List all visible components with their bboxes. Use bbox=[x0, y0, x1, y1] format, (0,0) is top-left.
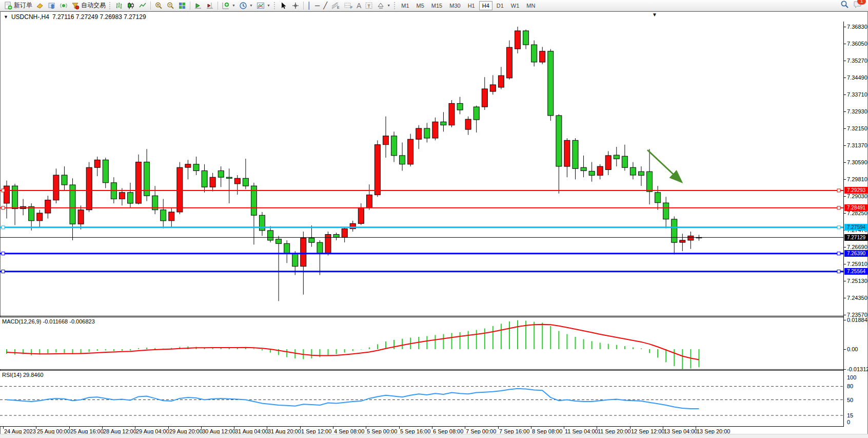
shapes-button[interactable]: ▼ bbox=[375, 1, 392, 11]
price-tick-mark bbox=[844, 179, 846, 180]
line-anchor[interactable] bbox=[837, 270, 840, 273]
chart-title-symbol: USDCNH-,H4 bbox=[11, 13, 49, 21]
zoom-out-button[interactable] bbox=[165, 1, 176, 11]
horizontal-line-button[interactable]: ─ bbox=[313, 1, 321, 11]
autoscroll-button[interactable] bbox=[192, 1, 204, 11]
line-chart-button[interactable] bbox=[137, 1, 148, 11]
price-tick-label: 7.25910 bbox=[847, 261, 867, 267]
line-anchor[interactable] bbox=[2, 206, 5, 210]
label-icon: T bbox=[365, 2, 373, 10]
cursor-icon bbox=[280, 2, 288, 10]
line-anchor[interactable] bbox=[837, 206, 840, 210]
search-icon[interactable] bbox=[840, 0, 849, 11]
rsi-chart bbox=[0, 371, 844, 426]
history-button[interactable] bbox=[34, 1, 46, 11]
indicators-button[interactable]: ▼ bbox=[220, 1, 237, 11]
history-icon bbox=[36, 2, 44, 10]
timeframe-m5[interactable]: M5 bbox=[413, 1, 427, 10]
candle-body bbox=[317, 242, 323, 253]
periods-button[interactable]: ▼ bbox=[238, 1, 254, 11]
chart-shift-marker[interactable]: ▼ bbox=[652, 12, 657, 17]
price-tick-label: 7.24350 bbox=[847, 295, 867, 301]
candle-body bbox=[639, 172, 644, 175]
candle-body bbox=[177, 167, 183, 212]
zoom-in-button[interactable] bbox=[153, 1, 164, 11]
line-anchor[interactable] bbox=[837, 252, 840, 255]
price-tick-mark bbox=[844, 315, 846, 315]
candle-body bbox=[301, 238, 306, 266]
timeframe-h4[interactable]: H4 bbox=[479, 1, 492, 10]
candle-body bbox=[556, 116, 562, 166]
candle-body bbox=[424, 128, 430, 138]
timeframe-m1[interactable]: M1 bbox=[398, 1, 412, 10]
price-tick-mark bbox=[844, 111, 846, 112]
timeframe-m15[interactable]: M15 bbox=[428, 1, 445, 10]
candle-body bbox=[358, 207, 364, 223]
macd-chart bbox=[0, 317, 844, 369]
time-tick-mark bbox=[69, 427, 70, 429]
chevron-down-icon[interactable]: ▼ bbox=[249, 4, 253, 7]
line-anchor[interactable] bbox=[2, 252, 5, 255]
price-tick-label: 7.33710 bbox=[847, 91, 867, 98]
candle-body bbox=[589, 171, 595, 175]
chart-menu-icon[interactable]: ▼ bbox=[4, 14, 8, 20]
timeframe-h1[interactable]: H1 bbox=[465, 1, 478, 10]
fibonacci-icon: E bbox=[331, 2, 340, 10]
label-button[interactable]: T bbox=[363, 1, 374, 11]
time-tick-mark bbox=[366, 427, 366, 429]
chart-shift-button[interactable] bbox=[204, 1, 215, 11]
candle-body bbox=[465, 119, 471, 129]
macd-axis-label: -0.01312 bbox=[847, 366, 868, 372]
timeframe-w1[interactable]: W1 bbox=[508, 1, 523, 10]
tile-windows-button[interactable] bbox=[176, 1, 188, 11]
templates-button[interactable]: ▼ bbox=[255, 1, 272, 11]
candlestick-chart-button[interactable] bbox=[125, 1, 136, 11]
alerts-button[interactable] bbox=[58, 1, 69, 11]
crosshair-icon bbox=[291, 2, 300, 10]
market-watch-button[interactable] bbox=[46, 1, 57, 11]
current-price-badge: 7.27129 bbox=[844, 234, 868, 241]
vertical-line-icon: │ bbox=[307, 1, 311, 11]
crosshair-button[interactable] bbox=[290, 1, 301, 11]
line-anchor[interactable] bbox=[2, 189, 5, 192]
price-axis-line bbox=[843, 22, 844, 427]
line-anchor[interactable] bbox=[2, 270, 5, 273]
autotrading-button[interactable]: 自动交易 bbox=[70, 1, 107, 11]
candle-body bbox=[37, 213, 43, 221]
rsi-axis-label: 0 bbox=[847, 419, 850, 425]
bar-chart-button[interactable] bbox=[113, 1, 125, 11]
line-anchor[interactable] bbox=[2, 226, 5, 229]
time-tick-mark bbox=[465, 427, 465, 429]
candle-body bbox=[276, 239, 282, 244]
shapes-icon bbox=[377, 2, 385, 10]
timeframe-mn[interactable]: MN bbox=[523, 1, 538, 10]
new-order-button[interactable]: 新订单 bbox=[3, 1, 34, 11]
price-tick-mark bbox=[844, 213, 846, 214]
candle-body bbox=[185, 164, 191, 167]
timeframe-m30[interactable]: M30 bbox=[446, 1, 463, 10]
chevron-down-icon[interactable]: ▼ bbox=[387, 4, 390, 7]
autotrading-icon bbox=[71, 2, 80, 10]
fibonacci-button[interactable]: E bbox=[329, 1, 342, 11]
timeframe-d1[interactable]: D1 bbox=[494, 1, 507, 10]
chevron-down-icon[interactable]: ▼ bbox=[232, 4, 235, 7]
chevron-down-icon[interactable]: ▼ bbox=[267, 4, 270, 7]
vertical-line-button[interactable]: │ bbox=[306, 1, 313, 11]
grid-button[interactable]: F bbox=[342, 1, 354, 11]
chart-title-bar[interactable]: ▼ USDCNH-,H4 7.27116 7.27249 7.26983 7.2… bbox=[1, 12, 867, 22]
time-tick-mark bbox=[333, 427, 333, 429]
candle-body bbox=[474, 107, 479, 120]
price-line-badge: 7.29293 bbox=[844, 187, 868, 194]
macd-axis-label: 0.00 bbox=[847, 346, 858, 352]
macd-label: MACD(12,26,9) -0.011668 -0.006823 bbox=[2, 318, 95, 325]
text-button[interactable]: A bbox=[355, 1, 363, 11]
cursor-button[interactable] bbox=[278, 1, 289, 11]
trendline-button[interactable]: ╱ bbox=[322, 1, 329, 11]
candle-body bbox=[457, 103, 463, 110]
line-anchor[interactable] bbox=[837, 226, 840, 229]
indicators-icon bbox=[222, 2, 230, 10]
candle-body bbox=[498, 75, 504, 87]
chat-button[interactable]: 1 bbox=[853, 1, 862, 11]
main-price-chart bbox=[0, 22, 844, 316]
line-anchor[interactable] bbox=[837, 189, 840, 192]
